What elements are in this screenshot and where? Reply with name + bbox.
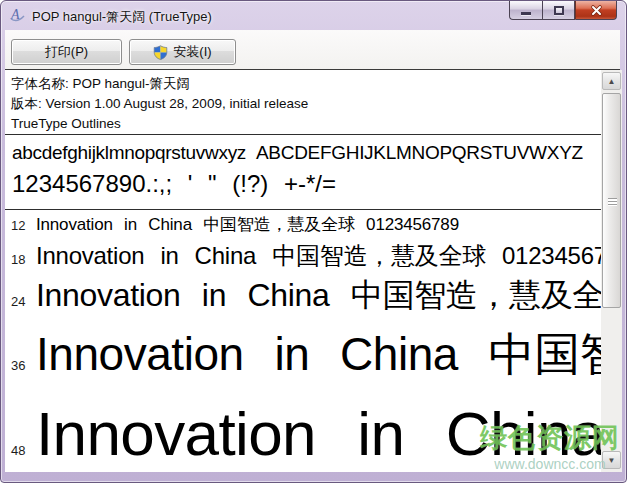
preview-text: Innovation in China 中国智造，慧及全球 0123456789 <box>36 328 601 380</box>
preview-row-36: 36Innovation in China 中国智造，慧及全球 01234567… <box>5 324 601 386</box>
preview-row-24: 24Innovation in China 中国智造，慧及全球 01234567… <box>5 274 601 318</box>
minimize-icon <box>521 12 531 15</box>
size-label: 18 <box>11 252 36 267</box>
toolbar: 打印(P) 安装(I) <box>5 30 620 70</box>
scroll-down-button[interactable]: ▼ <box>602 451 621 469</box>
maximize-icon <box>554 6 564 15</box>
size-label: 48 <box>11 443 36 458</box>
font-outline-line: TrueType Outlines <box>11 114 308 134</box>
minimize-button[interactable] <box>509 1 542 20</box>
preview-text: Innovation in China 中国智造，慧及全球 0123456789 <box>36 399 601 468</box>
close-button[interactable] <box>575 1 617 20</box>
uac-shield-icon <box>153 45 168 60</box>
font-info-block: 字体名称: POP hangul-箫天阔 版本: Version 1.00 Au… <box>11 74 308 134</box>
window-controls <box>509 1 617 20</box>
size-label: 12 <box>11 218 36 233</box>
scroll-up-button[interactable]: ▲ <box>602 72 621 90</box>
fontview-app-icon: A <box>9 6 26 23</box>
font-version-line: 版本: Version 1.00 August 28, 2009, initia… <box>11 94 308 114</box>
print-button[interactable]: 打印(P) <box>11 39 122 65</box>
scrollbar-grip-icon <box>608 198 617 206</box>
preview-row-18: 18Innovation in China 中国智造，慧及全球 01234567… <box>5 240 601 272</box>
preview-row-12: 12Innovation in China 中国智造，慧及全球 01234567… <box>5 213 601 236</box>
close-icon <box>589 4 604 17</box>
size-label: 36 <box>11 358 36 373</box>
alphabet-sample-line: abcdefghijklmnopqrstuvwxyz ABCDEFGHIJKLM… <box>12 142 583 164</box>
scroll-down-icon: ▼ <box>608 456 616 465</box>
preview-text: Innovation in China 中国智造，慧及全球 0123456789 <box>36 215 459 234</box>
size-label: 24 <box>11 294 36 309</box>
separator <box>5 209 601 210</box>
scrollbar-thumb[interactable] <box>602 93 621 308</box>
font-viewer-window: A POP hangul-箫天阔 (TrueType) 打印(P) <box>0 0 627 483</box>
print-button-label: 打印(P) <box>45 43 88 61</box>
numbers-sample-line: 1234567890.:,; ' " (!?) +-*/= <box>12 170 336 198</box>
separator <box>5 134 601 135</box>
font-name-line: 字体名称: POP hangul-箫天阔 <box>11 74 308 94</box>
window-title: POP hangul-箫天阔 (TrueType) <box>32 8 212 26</box>
install-button-label: 安装(I) <box>173 43 211 61</box>
vertical-scrollbar[interactable]: ▲ ▼ <box>601 70 622 472</box>
preview-text: Innovation in China 中国智造，慧及全球 0123456789 <box>36 242 601 269</box>
install-button[interactable]: 安装(I) <box>129 39 236 65</box>
font-preview-pane: 字体名称: POP hangul-箫天阔 版本: Version 1.00 Au… <box>5 70 601 472</box>
scroll-up-icon: ▲ <box>608 77 616 86</box>
preview-row-48: 48Innovation in China 中国智造，慧及全球 01234567… <box>5 392 601 472</box>
maximize-button[interactable] <box>542 1 575 20</box>
preview-text: Innovation in China 中国智造，慧及全球 0123456789 <box>36 277 601 313</box>
titlebar[interactable]: A POP hangul-箫天阔 (TrueType) <box>1 1 626 30</box>
